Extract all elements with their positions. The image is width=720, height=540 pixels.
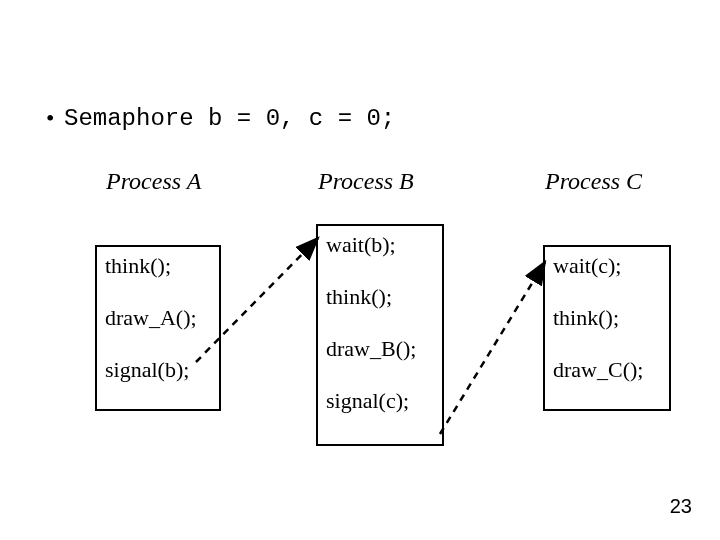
- code-gap: [326, 320, 434, 336]
- process-c-title: Process C: [545, 168, 642, 195]
- code-line: draw_C();: [553, 357, 661, 393]
- code-gap: [553, 289, 661, 305]
- slide: Semaphore b = 0, c = 0; Process A Proces…: [0, 0, 720, 540]
- code-gap: [105, 341, 211, 357]
- process-b-title: Process B: [318, 168, 414, 195]
- process-b-box: wait(b); think(); draw_B(); signal(c);: [316, 224, 444, 446]
- code-line: think();: [105, 253, 211, 289]
- bullet-code-line: Semaphore b = 0, c = 0;: [64, 105, 395, 132]
- process-c-box: wait(c); think(); draw_C();: [543, 245, 671, 411]
- page-number: 23: [670, 495, 692, 518]
- arrow-signal-c-to-wait-c: [440, 262, 545, 434]
- code-line: draw_B();: [326, 336, 434, 372]
- code-gap: [105, 289, 211, 305]
- code-line: think();: [553, 305, 661, 341]
- process-a-title: Process A: [106, 168, 201, 195]
- code-line: think();: [326, 284, 434, 320]
- code-line: wait(b);: [326, 232, 434, 268]
- code-line: signal(c);: [326, 388, 434, 424]
- process-a-box: think(); draw_A(); signal(b);: [95, 245, 221, 411]
- code-gap: [326, 372, 434, 388]
- code-line: wait(c);: [553, 253, 661, 289]
- code-gap: [553, 341, 661, 357]
- code-line: draw_A();: [105, 305, 211, 341]
- code-line: signal(b);: [105, 357, 211, 393]
- code-gap: [326, 268, 434, 284]
